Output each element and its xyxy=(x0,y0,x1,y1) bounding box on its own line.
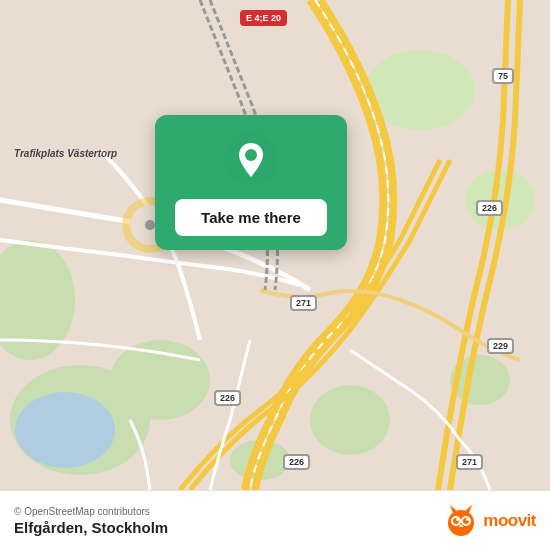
svg-point-14 xyxy=(245,149,257,161)
road-badge-229: 229 xyxy=(487,338,514,354)
road-badge-226-right: 226 xyxy=(476,200,503,216)
svg-point-24 xyxy=(466,518,469,521)
take-me-there-button[interactable]: Take me there xyxy=(175,199,327,236)
location-info: © OpenStreetMap contributors Elfgården, … xyxy=(14,506,168,536)
road-badge-271-mid: 271 xyxy=(290,295,317,311)
location-pin-icon xyxy=(225,133,277,185)
svg-point-6 xyxy=(310,385,390,455)
moovit-text: moovit xyxy=(483,511,536,531)
svg-point-9 xyxy=(15,392,115,468)
osm-credit: © OpenStreetMap contributors xyxy=(14,506,168,517)
navigation-card: Take me there xyxy=(155,115,347,250)
location-name: Elfgården, Stockholm xyxy=(14,519,168,536)
moovit-logo: moovit xyxy=(443,503,536,539)
bottom-bar: © OpenStreetMap contributors Elfgården, … xyxy=(0,490,550,550)
svg-point-12 xyxy=(145,220,155,230)
trafikplats-label: Trafikplats Västertorp xyxy=(14,148,117,159)
moovit-owl-icon xyxy=(443,503,479,539)
road-badge-226-bot2: 226 xyxy=(283,454,310,470)
road-badge-75: 75 xyxy=(492,68,514,84)
svg-point-23 xyxy=(456,518,459,521)
road-badge-e4e20: E 4;E 20 xyxy=(240,10,287,26)
road-badge-271-bot: 271 xyxy=(456,454,483,470)
road-badge-226-bot: 226 xyxy=(214,390,241,406)
map-container: E 4;E 20 75 226 271 226 229 226 271 Traf… xyxy=(0,0,550,490)
